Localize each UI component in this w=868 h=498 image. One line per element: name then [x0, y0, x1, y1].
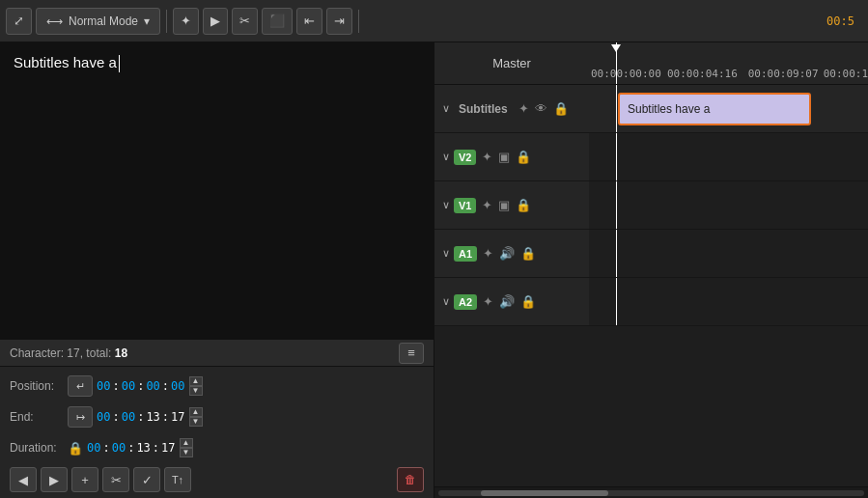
- subtitles-lock-icon[interactable]: 🔒: [553, 101, 569, 116]
- track-controls-subtitles: ∨ Subtitles ✦ 👁 🔒: [434, 85, 589, 132]
- duration-spinners[interactable]: ▲ ▼: [180, 438, 193, 457]
- confirm-subtitle-btn[interactable]: ✓: [133, 467, 160, 492]
- a1-audio-icon[interactable]: 🔊: [499, 246, 515, 261]
- ruler-time-1: 00:00:04:16: [667, 68, 738, 80]
- play-btn[interactable]: ▶: [203, 8, 228, 35]
- text-format-btn[interactable]: T↑: [164, 467, 191, 492]
- timeline-cursor-subtitles: [616, 85, 617, 132]
- subtitle-clip[interactable]: Subtitles have a: [618, 93, 811, 125]
- timeline-header: Master 00:00:00:00 00:00:04:16 00:00:09:…: [434, 42, 868, 85]
- cut-btn[interactable]: ✂: [232, 8, 258, 35]
- timeline-cursor-a1: [616, 230, 617, 277]
- char-count-label: Character: 17, total: 18: [10, 346, 127, 360]
- subtitles-eye-icon[interactable]: 👁: [535, 101, 547, 116]
- add-subtitle-btn[interactable]: +: [71, 467, 98, 492]
- end-spin-down[interactable]: ▼: [189, 417, 203, 427]
- left-panel: Subtitles have a Character: 17, total: 1…: [0, 42, 434, 498]
- v1-film-icon[interactable]: ▣: [498, 198, 510, 212]
- position-spin-down[interactable]: ▼: [189, 386, 203, 396]
- subtitles-badge: Subtitles: [454, 100, 513, 118]
- end-spinners[interactable]: ▲ ▼: [189, 407, 203, 427]
- bottom-btn-row: ◀ ▶ + ✂ ✓ T↑ 🗑: [10, 467, 424, 492]
- delete-subtitle-btn[interactable]: 🗑: [397, 467, 424, 492]
- track-row-a1: ∨ A1 ✦ 🔊 🔒: [434, 230, 868, 278]
- position-spin-up[interactable]: ▲: [189, 376, 203, 386]
- mark-out-btn[interactable]: ⇥: [326, 8, 352, 35]
- timeline-cursor-v1: [616, 181, 617, 229]
- duration-row: Duration: 🔒 00 : 00 : 13 : 17 ▲ ▼: [10, 434, 424, 461]
- position-value: 00 : 00 : 00 : 00: [97, 379, 185, 393]
- next-subtitle-btn[interactable]: ▶: [41, 467, 68, 492]
- a1-wand-icon[interactable]: ✦: [483, 246, 493, 261]
- track-content-v1: [589, 181, 868, 229]
- end-icon-btn[interactable]: ↦: [68, 406, 93, 428]
- a2-badge: A2: [454, 294, 477, 310]
- a2-audio-icon[interactable]: 🔊: [499, 294, 515, 309]
- timeline-cursor-v2: [616, 133, 617, 180]
- time-display: 00:5: [826, 14, 862, 28]
- track-row-a2: ∨ A2 ✦ 🔊 🔒: [434, 278, 868, 326]
- mode-icon: ⟷: [46, 14, 63, 28]
- mode-label: Normal Mode: [69, 14, 138, 28]
- timeline-ruler: 00:00:00:00 00:00:04:16 00:00:09:07 00:0…: [589, 42, 868, 84]
- timeline-scrollbar: [434, 486, 868, 498]
- lock-icon: 🔒: [68, 441, 83, 456]
- v2-lock-icon[interactable]: 🔒: [516, 150, 531, 164]
- magic-btn[interactable]: ✦: [173, 8, 199, 35]
- track-controls-a2: ∨ A2 ✦ 🔊 🔒: [434, 278, 589, 325]
- bottom-controls: Position: ↵ 00 : 00 : 00 : 00 ▲ ▼ En: [0, 366, 434, 498]
- v2-badge: V2: [454, 150, 476, 165]
- mode-dropdown[interactable]: ⟷ Normal Mode ▾: [36, 8, 160, 35]
- menu-icon-btn[interactable]: ≡: [399, 343, 424, 364]
- mark-in-btn[interactable]: ⇤: [296, 8, 322, 35]
- main-area: Subtitles have a Character: 17, total: 1…: [0, 42, 868, 498]
- end-label: End:: [10, 410, 68, 424]
- duration-spin-up[interactable]: ▲: [180, 438, 193, 448]
- a2-lock-icon[interactable]: 🔒: [520, 294, 536, 309]
- position-spinners[interactable]: ▲ ▼: [189, 376, 203, 396]
- v1-wand-icon[interactable]: ✦: [482, 198, 492, 212]
- a2-wand-icon[interactable]: ✦: [483, 294, 493, 309]
- subtitles-wand-icon[interactable]: ✦: [518, 101, 529, 116]
- subtitle-editor[interactable]: Subtitles have a: [0, 42, 434, 339]
- track-controls-v1: ∨ V1 ✦ ▣ 🔒: [434, 181, 589, 229]
- v2-wand-icon[interactable]: ✦: [482, 150, 492, 164]
- scrollbar-thumb[interactable]: [481, 490, 608, 496]
- ripple-btn[interactable]: ⤢: [6, 8, 32, 35]
- trim-btn[interactable]: ⬛: [262, 8, 293, 35]
- duration-label: Duration:: [10, 441, 68, 455]
- master-label: Master: [434, 56, 589, 70]
- toolbar-separator-1: [166, 10, 167, 33]
- chevron-down-icon: ▾: [144, 14, 150, 28]
- prev-subtitle-btn[interactable]: ◀: [10, 467, 37, 492]
- cut-subtitle-btn[interactable]: ✂: [102, 467, 129, 492]
- a1-lock-icon[interactable]: 🔒: [520, 246, 536, 261]
- track-content-a1: [589, 230, 868, 277]
- end-value: 00 : 00 : 13 : 17: [97, 410, 185, 424]
- scrollbar-track[interactable]: [438, 490, 864, 496]
- duration-value: 00 : 00 : 13 : 17: [87, 441, 176, 455]
- ruler-time-3: 00:00:13:2: [824, 68, 868, 80]
- position-label: Position:: [10, 379, 68, 393]
- expand-v1-btn[interactable]: ∨: [442, 199, 450, 211]
- playhead-line: [616, 42, 617, 84]
- playhead-triangle: [611, 44, 621, 52]
- end-spin-up[interactable]: ▲: [189, 407, 203, 417]
- position-icon-btn[interactable]: ↵: [68, 375, 93, 397]
- expand-a2-btn[interactable]: ∨: [442, 295, 450, 308]
- v2-film-icon[interactable]: ▣: [498, 150, 510, 164]
- top-toolbar: ⤢ ⟷ Normal Mode ▾ ✦ ▶ ✂ ⬛ ⇤ ⇥ 00:5: [0, 0, 868, 42]
- ruler-time-0: 00:00:00:00: [591, 68, 661, 80]
- v1-lock-icon[interactable]: 🔒: [516, 198, 531, 212]
- expand-v2-btn[interactable]: ∨: [442, 151, 450, 163]
- expand-a1-btn[interactable]: ∨: [442, 247, 450, 260]
- expand-subtitles-btn[interactable]: ∨: [442, 102, 450, 115]
- track-content-v2: [589, 133, 868, 180]
- track-row-v2: ∨ V2 ✦ ▣ 🔒: [434, 133, 868, 181]
- timeline-cursor-a2: [616, 278, 617, 325]
- track-row-v1: ∨ V1 ✦ ▣ 🔒: [434, 181, 868, 230]
- duration-spin-down[interactable]: ▼: [180, 448, 193, 457]
- v1-badge: V1: [454, 198, 476, 213]
- text-cursor: [119, 55, 120, 72]
- track-controls-v2: ∨ V2 ✦ ▣ 🔒: [434, 133, 589, 180]
